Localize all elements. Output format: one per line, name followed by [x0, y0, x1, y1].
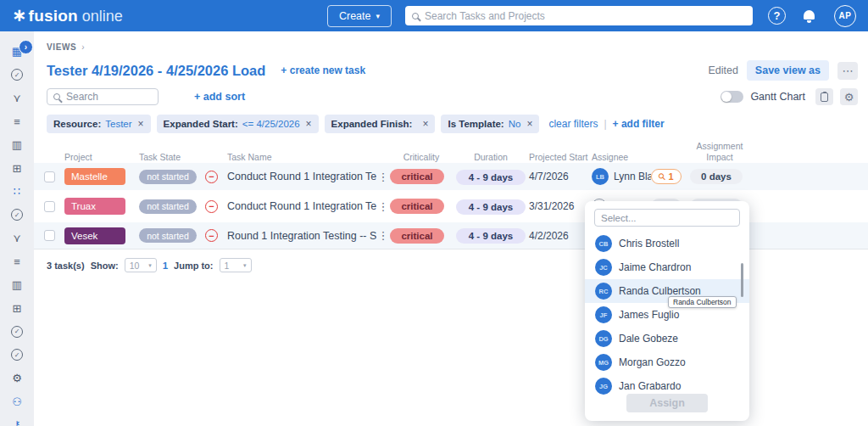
- add-sort-link[interactable]: + add sort: [194, 91, 245, 103]
- kebab-menu-icon[interactable]: ⋮: [376, 200, 390, 213]
- jump-to-select[interactable]: 1 ▾: [220, 258, 252, 272]
- dropdown-scrollbar[interactable]: [741, 263, 743, 297]
- filter-chip-expanded-start[interactable]: Expanded Start: <= 4/25/2026 ×: [157, 115, 319, 133]
- assignee-select-input[interactable]: [601, 213, 733, 223]
- criticality-badge: critical: [390, 169, 444, 184]
- assignee-select[interactable]: [594, 209, 740, 227]
- clear-filters-link[interactable]: clear filters: [548, 118, 598, 130]
- assignee-option[interactable]: DG Dale Gobeze: [585, 327, 749, 350]
- close-icon[interactable]: ×: [306, 118, 312, 130]
- task-state-badge: not started: [139, 199, 197, 214]
- row-checkbox[interactable]: [44, 201, 55, 212]
- sidebar-lists-icon-2[interactable]: ≡: [0, 250, 34, 274]
- pinned-badge[interactable]: ⚲ 1: [651, 169, 682, 184]
- sidebar-approvals-icon[interactable]: ✓: [0, 320, 34, 344]
- kebab-menu-icon[interactable]: ⋮: [376, 171, 390, 183]
- save-view-as-button[interactable]: Save view as: [747, 60, 829, 81]
- notifications-bell-icon[interactable]: [803, 10, 815, 22]
- remove-task-icon[interactable]: −: [205, 200, 218, 213]
- sidebar-lists-icon[interactable]: ≡: [0, 110, 34, 134]
- help-button[interactable]: ?: [768, 7, 786, 25]
- project-badge[interactable]: Truax: [64, 198, 125, 215]
- assignee-option[interactable]: JC Jaime Chardron: [585, 255, 749, 279]
- sidebar-org-chart-icon[interactable]: ⊞: [0, 157, 34, 181]
- sidebar-key-icon[interactable]: ⚷: [0, 413, 34, 426]
- filter-chip-resource[interactable]: Resource: Tester ×: [47, 115, 151, 133]
- remove-task-icon[interactable]: −: [205, 229, 218, 242]
- pin-icon: ⚲: [657, 171, 668, 182]
- assignee-dropdown-panel: CB Chris Brostell JC Jaime Chardron RC R…: [585, 201, 749, 421]
- view-settings-button[interactable]: ⚙: [840, 88, 858, 105]
- sidebar-settings-gear-icon[interactable]: ⚙: [0, 367, 34, 390]
- current-page[interactable]: 1: [163, 261, 168, 271]
- row-checkbox[interactable]: [44, 171, 55, 182]
- col-project[interactable]: Project: [64, 152, 139, 163]
- project-badge[interactable]: Vesek: [64, 227, 125, 244]
- sidebar-org-chart-icon-2[interactable]: ⊞: [0, 297, 34, 321]
- page-size-select[interactable]: 10 ▾: [125, 258, 157, 272]
- add-filter-link[interactable]: + add filter: [613, 118, 665, 130]
- chevron-down-icon: ▾: [148, 262, 152, 269]
- col-duration[interactable]: Duration: [453, 152, 529, 163]
- sidebar-organizations-icon[interactable]: ▥: [0, 133, 34, 157]
- sidebar-users-icon[interactable]: ⚇: [0, 390, 34, 414]
- task-count: 3 task(s): [47, 261, 85, 271]
- breadcrumb: VIEWS ›: [34, 31, 868, 52]
- close-icon[interactable]: ×: [138, 118, 144, 130]
- col-assignment-impact[interactable]: Assignment Impact: [690, 141, 749, 162]
- col-task-state[interactable]: Task State: [139, 152, 205, 163]
- fusion-logo[interactable]: ∗ fusion online: [12, 6, 123, 25]
- task-name-link[interactable]: Conduct Round 1 Integration Tes...: [227, 200, 376, 212]
- sidebar-apps-active-icon[interactable]: ∷: [0, 180, 34, 204]
- project-badge[interactable]: Mastelle: [64, 168, 125, 185]
- copy-view-button[interactable]: [815, 88, 833, 105]
- view-search[interactable]: [47, 88, 159, 105]
- filters-row: Resource: Tester × Expanded Start: <= 4/…: [34, 105, 868, 133]
- col-criticality[interactable]: Criticality: [390, 152, 453, 163]
- row-checkbox[interactable]: [44, 230, 55, 241]
- col-projected-start[interactable]: Projected Start: [529, 152, 592, 163]
- assignee-cell[interactable]: LB Lynn Bla...: [592, 168, 651, 185]
- task-state-badge: not started: [139, 228, 197, 243]
- logo-asterisk-icon: ∗: [12, 6, 27, 24]
- sidebar-tasks-icon-2[interactable]: ✓: [0, 204, 34, 227]
- option-avatar: JC: [595, 259, 612, 276]
- projected-start-date: 4/2/2026: [529, 230, 592, 242]
- task-name-link[interactable]: Conduct Round 1 Integration Tes...: [227, 171, 376, 182]
- close-icon[interactable]: ×: [526, 118, 532, 130]
- assignee-option[interactable]: CB Chris Brostell: [585, 232, 749, 255]
- create-new-task-link[interactable]: + create new task: [281, 64, 365, 76]
- sidebar-network-icon-2[interactable]: ⋎: [0, 227, 34, 250]
- search-icon: [412, 13, 419, 20]
- global-search-input[interactable]: [425, 10, 746, 22]
- chevron-right-icon: ›: [25, 42, 27, 52]
- create-button[interactable]: Create ▾: [327, 5, 392, 27]
- assignee-option[interactable]: MG Morgan Gozzo: [585, 350, 749, 374]
- sidebar-expand-button[interactable]: ›: [19, 40, 33, 54]
- filter-chip-expanded-finish[interactable]: Expanded Finish: ×: [325, 115, 436, 133]
- close-icon[interactable]: ×: [422, 118, 428, 130]
- view-search-input[interactable]: [66, 91, 152, 103]
- gantt-chart-toggle[interactable]: [721, 91, 743, 103]
- title-row: Tester 4/19/2026 - 4/25/2026 Load + crea…: [34, 52, 868, 81]
- sidebar-organizations-icon-2[interactable]: ▥: [0, 273, 34, 297]
- breadcrumb-views[interactable]: VIEWS: [47, 42, 76, 52]
- projected-start-date: 3/31/2026: [529, 200, 592, 212]
- global-search[interactable]: [405, 6, 753, 25]
- top-header-bar: ∗ fusion online Create ▾ ? AP: [0, 0, 868, 31]
- filter-chip-is-template[interactable]: Is Template: No ×: [441, 115, 539, 133]
- assignee-options-list: CB Chris Brostell JC Jaime Chardron RC R…: [585, 232, 749, 398]
- col-task-name[interactable]: Task Name: [227, 152, 376, 163]
- remove-task-icon[interactable]: −: [205, 171, 218, 183]
- task-name-link[interactable]: Round 1 Integration Testing -- S...: [227, 230, 376, 242]
- sidebar-approvals-icon-2[interactable]: ✓: [0, 344, 34, 367]
- col-assignee[interactable]: Assignee: [592, 152, 651, 163]
- logo-text-bold: fusion: [29, 7, 78, 25]
- sidebar-network-icon[interactable]: ⋎: [0, 87, 34, 110]
- divider: |: [604, 118, 606, 130]
- sidebar-tasks-icon[interactable]: ✓: [0, 64, 34, 87]
- kebab-menu-icon[interactable]: ⋮: [376, 229, 390, 242]
- user-avatar[interactable]: AP: [834, 5, 856, 27]
- more-options-button[interactable]: ⋯: [837, 62, 858, 80]
- assign-button[interactable]: Assign: [626, 394, 708, 412]
